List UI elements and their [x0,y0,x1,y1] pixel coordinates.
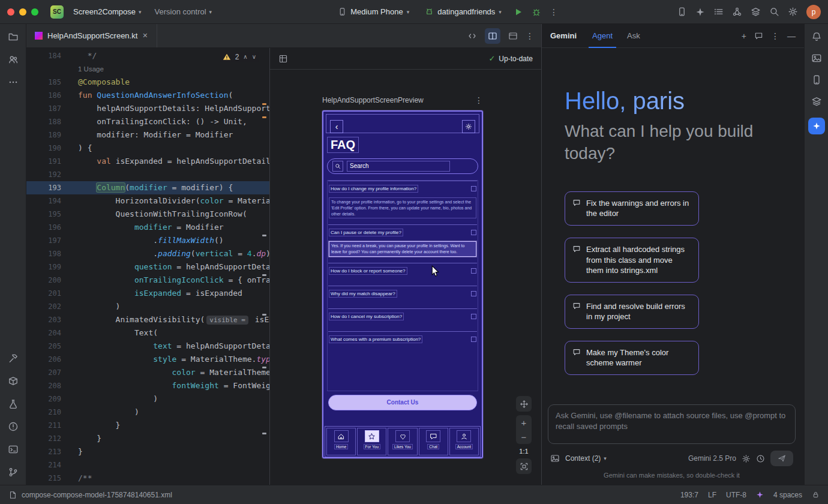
suggestion-card[interactable]: Extract all hardcoded strings from this … [565,238,699,283]
faq-question-row[interactable]: Can I pause or delete my profile? [329,229,476,236]
chat-history-icon[interactable] [754,31,763,40]
preview-layout-icon[interactable] [278,54,288,64]
gemini-input[interactable] [548,404,796,444]
profiler-icon[interactable] [732,7,742,17]
code-view-button[interactable] [464,28,480,44]
indent-config[interactable]: 4 spaces [773,491,802,499]
zoom-to-fit-button[interactable] [516,458,532,474]
contact-us-button[interactable]: Contact Us [328,395,477,410]
more-tool-windows-icon[interactable] [8,77,19,88]
device-mirroring-icon[interactable] [751,7,761,17]
more-run-actions-icon[interactable]: ⋮ [550,8,558,16]
editor-scroll-stripe[interactable] [261,48,268,485]
faq-question-row[interactable]: How do I change my profile information? [329,185,476,193]
search-bar[interactable]: Search [327,158,478,174]
device-selector[interactable]: Medium Phone ▾ [334,5,413,19]
code-line: 212 } [26,432,269,445]
pan-tool-button[interactable] [516,396,532,412]
code-line: 191 val isExpanded = helpAndSupportDetai… [26,155,269,168]
layout-inspector-icon[interactable] [811,96,822,107]
attach-image-icon[interactable] [550,454,560,463]
build-tool-icon[interactable] [8,353,19,364]
line-separator[interactable]: LF [708,491,716,499]
preview-options-icon[interactable]: ⋮ [475,96,483,104]
faq-question-row[interactable]: What comes with a premium subscription? [329,335,476,343]
resource-manager-icon[interactable] [811,53,822,64]
notifications-icon[interactable] [811,31,822,42]
faq-question-row[interactable]: Why did my match disappear? [329,290,476,298]
pull-requests-icon[interactable] [8,54,19,65]
preview-canvas[interactable]: HelpAndSupportScreenPreview ⋮ ‹ FAQ [270,70,541,485]
status-file-name[interactable]: compose-compose-model-1758748140651.xml [22,491,172,499]
faq-question-row[interactable]: How do I cancel my subscription? [329,313,476,320]
version-control-tool-icon[interactable] [8,467,19,478]
zoom-in-button[interactable]: + [516,415,532,430]
editor-options-icon[interactable]: ⋮ [526,32,534,40]
run-configuration-selector[interactable]: datingandfriends ▾ [421,5,505,19]
expand-icon[interactable] [471,268,476,274]
close-tab-icon[interactable]: ✕ [142,32,148,40]
ai-status-icon[interactable] [756,491,764,499]
expand-icon[interactable] [471,186,476,191]
zoom-out-button[interactable]: − [516,430,532,444]
readonly-lock-icon[interactable] [812,491,820,499]
close-window-button[interactable] [7,8,14,16]
design-view-button[interactable] [505,28,521,44]
code-line: 187 helpAndSupportDetails: HelpAndSuppor… [26,102,269,115]
suggestion-card[interactable]: Fix the warnings and errors in the edito… [565,191,699,226]
code-editor[interactable]: 184 */1 Usage185@Composable186fun Questi… [26,48,270,485]
settings-icon[interactable] [788,7,798,17]
suggestion-card[interactable]: Make my Theme's color scheme warmer [565,341,699,375]
nav-item-account[interactable]: Account [449,428,479,455]
file-encoding[interactable]: UTF-8 [726,491,746,499]
nav-item-home[interactable]: Home [326,428,356,455]
project-tool-icon[interactable] [8,31,19,42]
minimize-window-button[interactable] [19,8,26,16]
search-everywhere-icon[interactable] [769,7,779,17]
running-devices-icon[interactable] [677,7,687,17]
expand-icon[interactable] [471,291,476,296]
problems-tool-icon[interactable] [8,421,19,432]
nav-item-for-you[interactable]: For You [357,428,386,455]
nav-item-likes-you[interactable]: Likes You [388,428,417,455]
inspections-widget[interactable]: 2 ∧ ∨ [220,52,259,62]
debug-button[interactable] [532,7,541,17]
gemini-toggle-button[interactable] [808,118,825,134]
next-issue-icon[interactable]: ∨ [252,54,256,60]
todo-list-icon[interactable] [713,7,724,17]
nav-item-chat[interactable]: Chat [419,428,448,455]
vcs-menu[interactable]: Version control ▾ [151,5,216,19]
zoom-level[interactable]: 1:1 [519,448,528,455]
preview-settings-button[interactable] [462,120,475,133]
faq-question-row[interactable]: How do I block or report someone? [329,267,476,275]
tab-ask[interactable]: Ask [623,24,644,48]
profile-avatar[interactable]: p [806,5,821,19]
services-tool-icon[interactable] [8,398,19,409]
editor-tab[interactable]: HelpAndSupportScreen.kt ✕ [26,24,157,47]
new-chat-icon[interactable]: + [742,32,746,40]
back-button[interactable]: ‹ [330,120,343,133]
device-manager-icon[interactable] [811,74,822,85]
project-menu[interactable]: Screen2Compose ▾ [70,5,145,19]
send-button[interactable] [770,451,793,466]
run-button[interactable] [514,7,523,17]
tab-agent[interactable]: Agent [589,24,616,48]
fullscreen-window-button[interactable] [31,8,38,16]
model-selector[interactable]: Gemini 2.5 Pro [688,454,736,463]
preview-name[interactable]: HelpAndSupportScreenPreview [322,96,424,104]
gemini-options-icon[interactable]: ⋮ [771,32,779,40]
gemini-settings-icon[interactable] [742,454,751,463]
suggestion-card[interactable]: Find and resolve build errors in my proj… [565,295,699,329]
caret-position[interactable]: 193:7 [680,491,698,499]
context-selector[interactable]: Context (2) ▾ [565,454,607,463]
terminal-tool-icon[interactable] [8,444,19,455]
hide-panel-icon[interactable]: — [787,32,796,40]
expand-icon[interactable] [471,230,476,235]
expand-icon[interactable] [471,314,476,319]
gemini-toolbar-icon[interactable] [695,7,705,17]
split-view-button[interactable] [485,28,500,44]
prompt-history-icon[interactable] [756,454,765,463]
dependencies-tool-icon[interactable] [8,376,19,386]
prev-issue-icon[interactable]: ∧ [243,54,247,60]
expand-icon[interactable] [471,337,476,342]
